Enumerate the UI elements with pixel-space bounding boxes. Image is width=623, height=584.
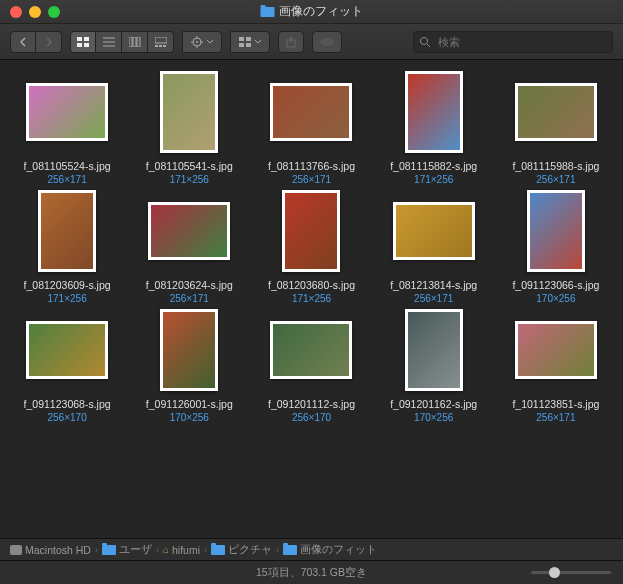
slider-track[interactable] [531,571,611,574]
svg-line-27 [427,44,430,47]
toolbar [0,24,623,60]
svg-rect-10 [155,37,167,43]
thumbnail [38,190,96,272]
file-dimensions: 170×256 [414,412,453,423]
svg-point-26 [421,37,428,44]
file-dimensions: 256×171 [292,174,331,185]
file-dimensions: 256×171 [47,174,86,185]
zoom-slider[interactable] [531,571,611,574]
group-button[interactable] [230,31,270,53]
file-dimensions: 256×171 [414,293,453,304]
file-item[interactable]: f_091123068-s.jpg256×170 [8,310,126,423]
file-name: f_081115882-s.jpg [390,160,477,172]
path-segment[interactable]: Macintosh HD [10,544,91,556]
file-item[interactable]: f_081115988-s.jpg256×171 [497,72,615,185]
file-item[interactable]: f_081105541-s.jpg171×256 [130,72,248,185]
file-dimensions: 170×256 [170,412,209,423]
svg-rect-1 [84,37,89,41]
file-dimensions: 171×256 [47,293,86,304]
column-view-button[interactable] [122,31,148,53]
hdd-icon [10,545,22,555]
back-button[interactable] [10,31,36,53]
file-item[interactable]: f_081113766-s.jpg256×171 [252,72,370,185]
folder-icon [102,545,116,555]
file-item[interactable]: f_101123851-s.jpg256×171 [497,310,615,423]
thumbnail [515,321,597,379]
search-field [413,31,613,53]
file-name: f_081203680-s.jpg [268,279,355,291]
path-segment[interactable]: ピクチャ [211,543,272,557]
svg-rect-23 [246,43,251,47]
file-dimensions: 256×171 [536,174,575,185]
thumbnail [160,71,218,153]
path-label: ユーザ [119,543,152,557]
path-label: Macintosh HD [25,544,91,556]
path-label: hifumi [172,544,200,556]
path-separator: › [276,545,279,555]
path-segment[interactable]: ⌂hifumi [163,544,200,556]
group-menu [230,31,270,53]
file-name: f_091126001-s.jpg [146,398,233,410]
minimize-button[interactable] [29,6,41,18]
file-dimensions: 170×256 [536,293,575,304]
file-item[interactable]: f_091201162-s.jpg170×256 [375,310,493,423]
file-dimensions: 256×171 [170,293,209,304]
file-item[interactable]: f_081213814-s.jpg256×171 [375,191,493,304]
svg-rect-11 [155,45,158,47]
action-button[interactable] [182,31,222,53]
thumbnail [393,202,475,260]
folder-icon [283,545,297,555]
forward-button[interactable] [36,31,62,53]
path-segment[interactable]: ユーザ [102,543,152,557]
close-button[interactable] [10,6,22,18]
thumbnail [26,83,108,141]
traffic-lights [0,6,60,18]
file-dimensions: 171×256 [414,174,453,185]
path-separator: › [95,545,98,555]
tags-button[interactable] [312,31,342,53]
svg-rect-7 [129,37,132,47]
file-name: f_081203609-s.jpg [24,279,111,291]
folder-icon [260,7,274,17]
thumbnail [282,190,340,272]
thumbnail [405,309,463,391]
svg-rect-21 [246,37,251,41]
view-mode-buttons [70,31,174,53]
titlebar: 画像のフィット [0,0,623,24]
svg-rect-0 [77,37,82,41]
thumbnail [26,321,108,379]
file-name: f_081203624-s.jpg [146,279,233,291]
file-item[interactable]: f_081115882-s.jpg171×256 [375,72,493,185]
file-dimensions: 256×171 [536,412,575,423]
file-item[interactable]: f_081203609-s.jpg171×256 [8,191,126,304]
path-label: ピクチャ [228,543,272,557]
path-separator: › [156,545,159,555]
action-menu [182,31,222,53]
file-item[interactable]: f_081203680-s.jpg171×256 [252,191,370,304]
svg-rect-22 [239,43,244,47]
file-item[interactable]: f_091126001-s.jpg170×256 [130,310,248,423]
file-item[interactable]: f_091201112-s.jpg256×170 [252,310,370,423]
icon-view-button[interactable] [70,31,96,53]
share-button[interactable] [278,31,304,53]
path-label: 画像のフィット [300,543,377,557]
file-item[interactable]: f_081105524-s.jpg256×171 [8,72,126,185]
gallery-view-button[interactable] [148,31,174,53]
file-item[interactable]: f_081203624-s.jpg256×171 [130,191,248,304]
file-dimensions: 171×256 [170,174,209,185]
file-item[interactable]: f_091123066-s.jpg170×256 [497,191,615,304]
file-name: f_091201112-s.jpg [268,398,355,410]
svg-rect-13 [163,45,166,47]
svg-rect-20 [239,37,244,41]
file-grid: f_081105524-s.jpg256×171f_081105541-s.jp… [8,72,615,423]
search-input[interactable] [413,31,613,53]
content-area[interactable]: f_081105524-s.jpg256×171f_081105541-s.jp… [0,60,623,538]
path-segment[interactable]: 画像のフィット [283,543,377,557]
search-icon [419,36,431,48]
slider-knob[interactable] [549,567,560,578]
list-view-button[interactable] [96,31,122,53]
thumbnail [270,321,352,379]
file-name: f_101123851-s.jpg [512,398,599,410]
file-dimensions: 171×256 [292,293,331,304]
maximize-button[interactable] [48,6,60,18]
